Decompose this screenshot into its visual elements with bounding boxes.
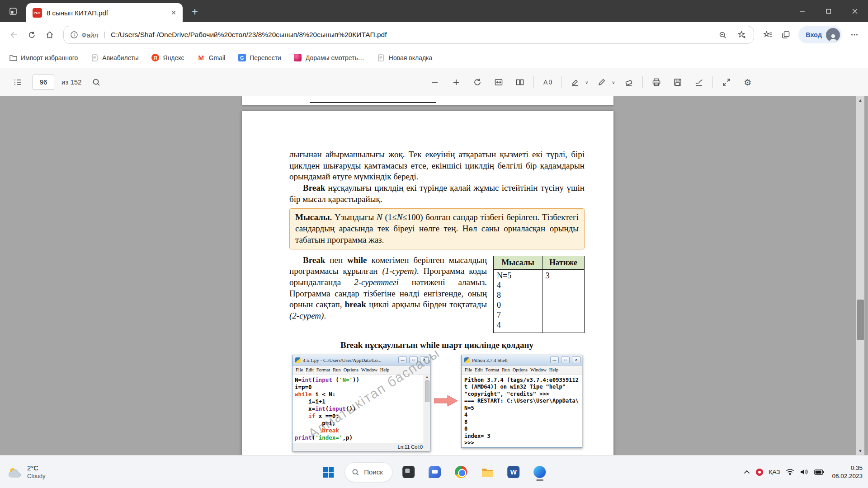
taskbar-word[interactable]: W [504,462,524,482]
draw-button[interactable] [691,75,707,90]
save-button[interactable] [670,75,685,90]
back-button[interactable] [5,27,22,43]
read-aloud-button[interactable]: A [540,75,555,90]
pdf-viewer[interactable]: лығынан айырмашылығы жоқ. Тек екеуінің а… [0,96,868,455]
menu-item-options[interactable]: Options [511,367,529,372]
taskbar-search[interactable]: Поиск [344,462,392,482]
idle-close-button[interactable]: ✕ [420,357,429,363]
taskbar-app-dark[interactable] [399,462,419,482]
favorites-bar-item[interactable]: Дорамы смотреть… [294,54,364,62]
favorites-button[interactable] [760,27,776,43]
menu-item-window[interactable]: Window [529,367,548,372]
site-info[interactable]: Файл [70,31,98,39]
window-maximize-button[interactable] [816,0,842,22]
tray-expand-icon[interactable] [744,470,750,474]
page-number-input[interactable] [33,75,54,90]
menu-item-window[interactable]: Window [360,367,379,372]
window-close-button[interactable] [842,0,868,22]
table-of-contents-button[interactable] [10,75,25,90]
idle-maximize-button[interactable]: □ [409,357,418,363]
scroll-up-arrow[interactable]: ▲ [856,96,864,104]
zoom-out-button[interactable] [427,75,443,90]
page-icon [90,54,99,62]
wifi-icon[interactable] [786,469,794,475]
taskbar-edge[interactable] [530,462,550,482]
menu-item-help[interactable]: Help [379,367,391,372]
idle-minimize-button[interactable]: — [398,357,407,363]
menu-item-run[interactable]: Run [500,367,511,372]
weather-widget[interactable]: 2°C Cloudy [7,455,45,488]
highlight-button[interactable] [567,75,583,90]
scroll-up-arrow[interactable]: ▲ [425,375,429,379]
favorites-bar-item[interactable]: ЯЯндекс [151,54,184,62]
keyboard-language[interactable]: ҚАЗ [769,469,780,475]
menu-item-format[interactable]: Format [315,367,331,372]
idle-minimize-button[interactable]: — [550,357,559,363]
browser-tab[interactable]: PDF 8 сынып КИТАП.pdf ✕ [26,3,183,22]
home-button[interactable] [42,27,58,43]
login-button[interactable]: Вход [798,26,842,43]
idle-close-button[interactable]: ✕ [572,357,580,363]
rotate-button[interactable] [470,75,485,90]
pen-icon [597,78,606,87]
print-button[interactable] [649,75,664,90]
search-document-button[interactable] [89,75,104,90]
taskbar-clock[interactable]: 0:35 06.02.2023 [832,464,863,480]
favorites-bar-item[interactable]: MGmail [197,54,226,62]
favorites-bar-item[interactable]: Авиабилеты [90,54,138,62]
new-tab-button[interactable]: + [188,5,202,19]
text-segment: (2-сурет) [289,311,324,320]
idle-editor-scrollbar[interactable]: ▲ [424,375,430,443]
code-line: print('index=',p) [295,434,428,441]
pdf-scrollbar[interactable]: ▲ ▼ [856,96,864,455]
menu-item-format[interactable]: Format [484,367,500,372]
taskbar-file-explorer[interactable] [477,462,497,482]
start-button[interactable] [318,462,338,482]
fit-to-width-button[interactable] [491,75,506,90]
menu-item-edit[interactable]: Edit [473,367,484,372]
battery-icon[interactable] [814,469,824,475]
idle-editor-title: 4.5.1.py - C:/Users/User/AppData/Lo... [303,357,396,363]
zoom-indicator-button[interactable] [714,27,731,43]
text-segment: . [324,311,326,320]
idle-maximize-button[interactable]: □ [561,357,570,363]
menu-item-help[interactable]: Help [548,367,560,372]
taskbar-chat[interactable] [425,462,445,482]
fullscreen-button[interactable] [719,75,734,90]
browser-menu-button[interactable] [846,27,863,43]
menu-item-run[interactable]: Run [331,367,342,372]
scroll-thumb[interactable] [425,380,429,402]
chevron-down-icon[interactable]: ∨ [612,80,615,85]
idle-shell-titlebar[interactable]: Pithon 3.7.4 Shell — □ ✕ [462,355,582,366]
pen-button[interactable] [594,75,609,90]
address-bar[interactable]: Файл | C:/Users/Shaf-/OneDrive/Рабочий%2… [63,26,754,44]
collections-button[interactable] [778,27,794,43]
favorites-bar-item[interactable]: GПеревести [238,54,281,62]
menu-item-edit[interactable]: Edit [304,367,315,372]
page-view-button[interactable] [512,75,528,90]
refresh-button[interactable] [24,27,40,43]
scroll-down-arrow[interactable]: ▼ [856,447,864,455]
text-line: N=5 [464,405,579,412]
favorites-bar-item[interactable]: Импорт избранного [9,54,78,62]
search-placeholder: Поиск [364,468,383,476]
idle-editor-titlebar[interactable]: 4.5.1.py - C:/Users/User/AppData/Lo... —… [292,355,430,366]
menu-item-file[interactable]: File [463,367,473,372]
pdf-settings-button[interactable]: ⚙ [740,75,755,90]
menu-item-file[interactable]: File [294,367,304,372]
scroll-thumb[interactable] [857,300,864,340]
idle-shell-output[interactable]: Pithon 3.7.4 (tags/v3.7.4:e09359112t (AM… [462,375,582,447]
tray-app-icon[interactable] [756,469,763,476]
add-favorite-button[interactable] [734,27,750,43]
erase-button[interactable] [621,75,637,90]
favorites-bar-item[interactable]: Новая вкладка [377,54,433,62]
tab-close-icon[interactable]: ✕ [168,7,179,18]
window-minimize-button[interactable] [789,0,816,22]
idle-editor-code[interactable]: N=int(input ('N='))i=p=0while i < N: i=i… [292,375,430,443]
chevron-down-icon[interactable]: ∨ [585,80,588,85]
tab-actions-button[interactable] [0,0,26,22]
volume-icon[interactable] [800,469,808,475]
taskbar-chrome[interactable] [451,462,471,482]
menu-item-options[interactable]: Options [342,367,360,372]
zoom-in-button[interactable] [448,75,464,90]
